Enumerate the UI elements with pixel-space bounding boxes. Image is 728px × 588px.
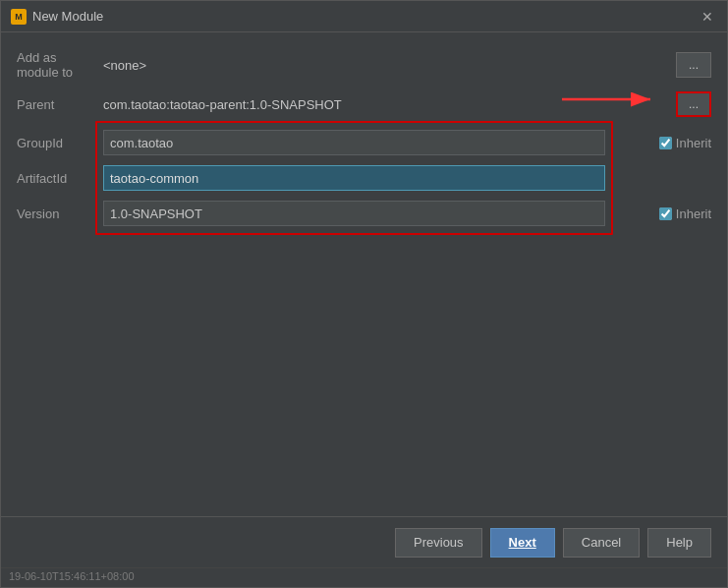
title-bar: M New Module ✕	[1, 1, 727, 32]
parent-label: Parent	[17, 97, 95, 112]
version-label: Version	[17, 206, 95, 221]
previous-button[interactable]: Previous	[395, 528, 482, 558]
fields-section: GroupId Inherit ArtifactId Version	[17, 125, 711, 231]
cancel-button[interactable]: Cancel	[563, 528, 640, 558]
parent-dots-button[interactable]: ...	[676, 91, 711, 117]
bottom-bar: Previous Next Cancel Help	[1, 516, 727, 567]
close-button[interactable]: ✕	[698, 7, 717, 27]
artifactid-label: ArtifactId	[17, 171, 95, 186]
groupid-inherit-label: Inherit	[676, 136, 711, 150]
module-icon: M	[11, 9, 27, 25]
groupid-input[interactable]	[103, 130, 605, 155]
dialog-title: New Module	[32, 9, 103, 24]
add-module-label: Add as module to	[17, 50, 95, 80]
add-module-row: Add as module to <none> ...	[17, 44, 711, 86]
version-row: Version Inherit	[17, 196, 711, 231]
version-inherit-label: Inherit	[676, 206, 711, 221]
artifactid-input[interactable]	[103, 165, 605, 191]
parent-value: com.taotao:taotao-parent:1.0-SNAPSHOT	[103, 97, 668, 112]
groupid-inherit-checkbox[interactable]	[659, 137, 672, 149]
groupid-right: Inherit	[613, 136, 711, 150]
version-right: Inherit	[613, 206, 711, 221]
status-text: 19-06-10T15:46:11+08:00	[9, 570, 135, 582]
add-module-value: <none>	[103, 58, 668, 73]
add-module-dots-button[interactable]: ...	[676, 52, 711, 78]
groupid-input-wrap	[103, 130, 605, 155]
title-bar-left: M New Module	[11, 9, 103, 25]
spacer	[17, 231, 711, 504]
groupid-label: GroupId	[17, 136, 95, 150]
artifactid-row: ArtifactId	[17, 160, 711, 196]
version-inherit-checkbox[interactable]	[659, 207, 672, 220]
version-input-wrap	[103, 201, 605, 226]
help-button[interactable]: Help	[647, 528, 711, 558]
version-input[interactable]	[103, 201, 605, 226]
dialog-content: Add as module to <none> ... Parent com.t…	[1, 32, 727, 516]
parent-row: Parent com.taotao:taotao-parent:1.0-SNAP…	[17, 86, 711, 123]
new-module-dialog: M New Module ✕ Add as module to <none> .…	[0, 0, 728, 588]
groupid-row: GroupId Inherit	[17, 125, 711, 160]
artifactid-input-wrap	[103, 165, 605, 191]
status-bar: 19-06-10T15:46:11+08:00	[1, 567, 727, 587]
next-button[interactable]: Next	[490, 528, 555, 558]
